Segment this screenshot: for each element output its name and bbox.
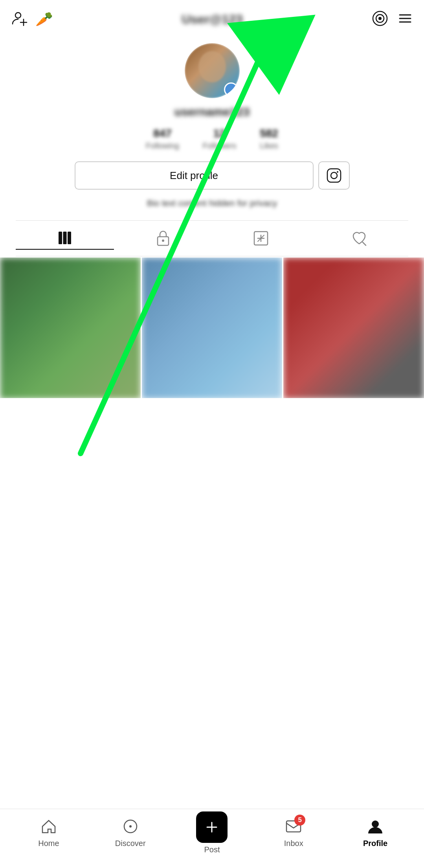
svg-rect-13 [63, 232, 66, 244]
avatar[interactable] [185, 43, 240, 98]
stats-row: 847 Following 12 Followers 582 Likes [16, 127, 408, 150]
profile-section: username123 847 Following 12 Followers 5… [0, 35, 424, 256]
top-left-actions: 🥕 [11, 10, 53, 29]
nav-inbox-label: Inbox [284, 839, 303, 848]
likes-stat: 582 Likes [260, 127, 278, 150]
followers-count: 12 [213, 127, 226, 140]
edit-profile-button[interactable]: Edit profile [75, 161, 314, 190]
top-center: User@123 [53, 12, 371, 27]
inbox-badge: 5 [294, 815, 305, 826]
tab-tagged[interactable] [212, 227, 310, 250]
nav-profile[interactable]: Profile [334, 818, 416, 848]
svg-point-4 [378, 17, 382, 20]
profile-icon [367, 818, 384, 837]
photo-grid [0, 258, 424, 398]
instagram-button[interactable] [318, 161, 350, 190]
instagram-avatar-badge [224, 82, 238, 97]
top-right-actions [371, 10, 413, 29]
following-stat: 847 Following [146, 127, 179, 150]
nav-post[interactable]: Post [171, 811, 253, 854]
menu-icon[interactable] [397, 11, 413, 28]
svg-point-10 [331, 172, 337, 179]
svg-point-11 [337, 171, 338, 173]
inbox-icon: 5 [285, 818, 302, 837]
nav-inbox[interactable]: 5 Inbox [253, 818, 334, 848]
grid-cell-3[interactable] [283, 258, 424, 398]
content-tabs [16, 220, 408, 256]
bottom-nav: Home Discover Post 5 [0, 809, 424, 868]
tab-liked[interactable] [310, 227, 408, 250]
svg-point-23 [129, 825, 132, 828]
discover-icon [122, 818, 139, 837]
post-icon [196, 811, 228, 843]
nav-profile-label: Profile [363, 839, 387, 848]
bio-text: Bio text content hidden for privacy [75, 198, 350, 208]
following-label: Following [146, 141, 179, 150]
action-row: Edit profile [75, 161, 350, 190]
nav-post-label: Post [204, 845, 220, 854]
tab-private[interactable] [114, 227, 212, 250]
header-username: User@123 [182, 12, 243, 26]
svg-point-16 [162, 239, 164, 242]
followers-label: Followers [203, 141, 237, 150]
followers-stat: 12 Followers [203, 127, 237, 150]
top-bar: 🥕 User@123 [0, 0, 424, 35]
svg-rect-9 [327, 169, 341, 182]
svg-point-0 [15, 13, 21, 18]
grid-cell-2[interactable] [142, 258, 283, 398]
add-user-icon[interactable] [11, 10, 28, 29]
nav-home[interactable]: Home [8, 818, 90, 848]
svg-rect-12 [59, 232, 62, 244]
profile-username: username123 [174, 105, 250, 119]
svg-rect-14 [68, 232, 71, 244]
likes-label: Likes [260, 141, 278, 150]
svg-line-19 [363, 242, 366, 245]
nav-home-label: Home [38, 839, 59, 848]
grid-cell-1[interactable] [0, 258, 141, 398]
eye-icon[interactable] [371, 10, 389, 29]
nav-discover[interactable]: Discover [90, 818, 171, 848]
nav-discover-label: Discover [115, 839, 146, 848]
svg-point-27 [372, 820, 379, 828]
home-icon [40, 818, 57, 837]
tab-grid[interactable] [16, 227, 114, 250]
carrot-emoji[interactable]: 🥕 [35, 11, 53, 27]
likes-count: 582 [260, 127, 278, 140]
following-count: 847 [153, 127, 172, 140]
